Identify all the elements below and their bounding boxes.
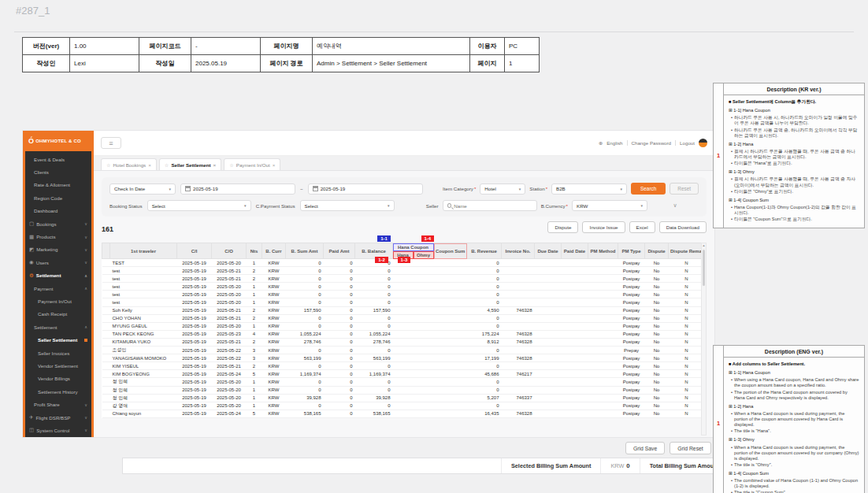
cell-ci: 2025-05-19: [177, 354, 212, 362]
sidebar-item-cash-receipt[interactable]: Cash Receipt: [25, 308, 91, 321]
sidebar-item-dashboard[interactable]: Dashboard: [25, 205, 91, 217]
close-icon[interactable]: ×: [213, 162, 217, 168]
column-header-due[interactable]: Due Date: [535, 243, 562, 259]
column-header-remark[interactable]: Dispute Remark: [669, 243, 705, 259]
filter-row-2-right: Seller B.Currency* KRW ▾ ∨: [426, 200, 699, 211]
sidebar-item-clients[interactable]: Clients: [25, 165, 91, 178]
table-row[interactable]: 정 인혜2025-05-192025-05-201KRW0000PostpayN…: [102, 386, 707, 394]
column-header-pm_method[interactable]: PM Method: [588, 243, 618, 259]
table-row[interactable]: 정 인혜2025-05-192025-05-201KRW39,928039,92…: [102, 394, 707, 402]
column-header-pm_type[interactable]: PM Type: [618, 243, 645, 259]
spec-label: 페이지 경로: [261, 55, 313, 72]
column-header-traveler[interactable]: 1st traveler: [110, 243, 177, 259]
date-to-input[interactable]: 2025-05-19: [308, 183, 423, 195]
table-row[interactable]: KITAMURA YUKO2025-05-192025-05-212KRW278…: [102, 338, 707, 346]
sidebar-item-region-code[interactable]: Region Code: [25, 191, 91, 204]
sidebar-item-settlement[interactable]: Settlement∧: [25, 321, 91, 333]
tab-hotel-bookings[interactable]: ☆Hotel Bookings×: [101, 158, 157, 170]
grid-reset-button[interactable]: Grid Reset: [670, 442, 710, 454]
sidebar-item-payment[interactable]: Payment∧: [25, 282, 91, 295]
table-row[interactable]: KIM BOGYEONG2025-05-192025-05-245KRW1,16…: [102, 370, 707, 378]
column-group-hana-coupon[interactable]: Hana Coupon: [393, 243, 434, 251]
table-row[interactable]: test2025-05-192025-05-201KRW0000PostpayN…: [102, 283, 707, 291]
change-password-link[interactable]: Change Password: [632, 140, 672, 146]
table-row[interactable]: MYUNG GAEUL2025-05-192025-05-201KRW0000P…: [102, 322, 707, 330]
date-from-input[interactable]: 2025-05-19: [180, 183, 295, 195]
cell-invoice: 746328: [502, 338, 535, 346]
table-row[interactable]: 조성민2025-05-192025-05-223KRW0000PrepayNoN…: [102, 347, 707, 354]
sidebar-item-settlement[interactable]: ⚙Settlement∧: [25, 269, 91, 282]
column-header-dispute[interactable]: Dispute: [645, 243, 669, 259]
language-selector[interactable]: English: [606, 140, 622, 146]
sidebar-item-users[interactable]: ◉Users∨: [25, 256, 91, 269]
scrollbar-thumb[interactable]: [703, 250, 705, 286]
column-header-nts[interactable]: Nts: [247, 243, 262, 259]
sidebar-item-rate-allotment[interactable]: Rate & Allotment: [25, 179, 91, 191]
booking-status-select[interactable]: Select ▾: [147, 200, 251, 211]
column-header-sel[interactable]: [102, 243, 110, 259]
tab-seller-settlement[interactable]: ☆Seller Settlement×: [159, 158, 221, 170]
station-select[interactable]: B2B ▾: [551, 183, 627, 195]
excel-button[interactable]: Excel: [629, 221, 655, 233]
sidebar-item-seller-invoices[interactable]: Seller Invoices: [25, 347, 91, 359]
sidebar-item-event-deals[interactable]: Event & Deals: [25, 153, 91, 165]
column-header-coupon_sum[interactable]: Coupon Sum: [434, 243, 467, 259]
table-row[interactable]: test2025-05-192025-05-212KRW0000PostpayN…: [102, 267, 707, 275]
close-icon[interactable]: ×: [148, 162, 151, 168]
table-row[interactable]: 강 영애2025-05-192025-05-201KRW0000PostpayN…: [102, 402, 707, 410]
scroll-up-arrow[interactable]: ▲: [702, 243, 706, 247]
column-header-paid[interactable]: Paid Amt: [324, 243, 355, 259]
tab-payment-in-out[interactable]: ☆Payment In/Out×: [224, 158, 280, 170]
search-button[interactable]: Search: [631, 183, 666, 195]
sidebar-item-marketing[interactable]: ◩Marketing∨: [25, 243, 91, 256]
table-row[interactable]: Chiang soyun2025-05-192025-05-245KRW538,…: [102, 410, 707, 417]
column-header-sum[interactable]: B. Sum Amt: [286, 243, 324, 259]
item-category-select[interactable]: Hotel ▾: [480, 183, 525, 195]
logout-link[interactable]: Logout: [680, 140, 695, 146]
sidebar-item-payment-in-out[interactable]: Payment In/Out: [25, 295, 91, 307]
sidebar-item-vendor-billings[interactable]: Vendor Billings: [25, 373, 91, 385]
column-header-ohmy[interactable]: Ohmy: [414, 251, 434, 259]
user-avatar[interactable]: [699, 139, 707, 147]
seller-input[interactable]: [454, 203, 532, 209]
sidebar-item-products[interactable]: ▦Products∨: [25, 230, 91, 243]
column-header-paid_date[interactable]: Paid Date: [562, 243, 588, 259]
spec-value: 예약내역: [313, 38, 470, 55]
date-type-select[interactable]: Check In Date ▾: [109, 183, 176, 195]
table-row[interactable]: test2025-05-192025-05-201KRW0000PostpayN…: [102, 298, 707, 306]
sidebar-item-profit-share[interactable]: Profit Share∨: [25, 398, 91, 410]
invoice-issue-button[interactable]: Invoice Issue: [582, 221, 625, 233]
column-header-curr[interactable]: B. Curr: [262, 243, 286, 259]
column-header-invoice[interactable]: Invoice No.: [502, 243, 535, 259]
table-row[interactable]: YANAGISAWA MOMOKO2025-05-192025-05-223KR…: [102, 354, 707, 362]
sidebar-item-seller-settlement[interactable]: Seller Settlement: [25, 333, 91, 346]
table-row[interactable]: KIM YISEUL2025-05-192025-05-212KRW0000Po…: [102, 362, 707, 370]
sidebar-item-vendor-settlement[interactable]: Vendor Settlement: [25, 359, 91, 372]
table-row[interactable]: test2025-05-192025-05-212KRW0000PostpayN…: [102, 275, 707, 283]
grid-save-button[interactable]: Grid Save: [625, 442, 665, 454]
table-row[interactable]: Soh Kelly2025-05-192025-05-212KRW157,590…: [102, 306, 707, 314]
column-header-revenue[interactable]: B. Revenue: [467, 243, 502, 259]
table-row[interactable]: 정 인혜2025-05-192025-05-201KRW0000PostpayN…: [102, 378, 707, 386]
b-currency-select[interactable]: KRW ▾: [572, 200, 647, 211]
close-icon[interactable]: ×: [273, 162, 276, 168]
c-payment-status-select[interactable]: Select ▾: [300, 200, 395, 211]
vertical-scrollbar[interactable]: ▲: [701, 243, 707, 436]
sidebar-item-flight-dsr-bsp[interactable]: ✈Flight DSR/BSP∨: [25, 411, 91, 424]
column-header-co[interactable]: C/O: [212, 243, 247, 259]
dispute-button[interactable]: Dispute: [547, 221, 578, 233]
reset-button[interactable]: Reset: [670, 183, 699, 195]
app-logo[interactable]: Ó OHMYHOTEL & CO: [25, 131, 91, 151]
sidebar-item-settlement-history[interactable]: Settlement History: [25, 385, 91, 398]
seller-search-input[interactable]: [443, 200, 537, 211]
table-row[interactable]: TAN PECK KEONG2025-05-192025-05-234KRW1,…: [102, 330, 707, 338]
table-row[interactable]: CHO YOHAN2025-05-192025-05-212KRW0000Pos…: [102, 314, 707, 322]
data-download-button[interactable]: Data Download: [659, 221, 707, 233]
cell-curr: KRW: [262, 370, 286, 378]
collapse-filters-button[interactable]: ∨: [651, 202, 699, 209]
sidebar-item-bookings[interactable]: ▢Bookings∨: [25, 217, 91, 230]
table-row[interactable]: test2025-05-192025-05-201KRW0000PostpayN…: [102, 291, 707, 298]
sidebar-item-system-control[interactable]: ◫System Control∨: [25, 424, 91, 436]
column-header-ci[interactable]: C/I: [177, 243, 212, 259]
menu-toggle-button[interactable]: ≡: [101, 137, 121, 149]
